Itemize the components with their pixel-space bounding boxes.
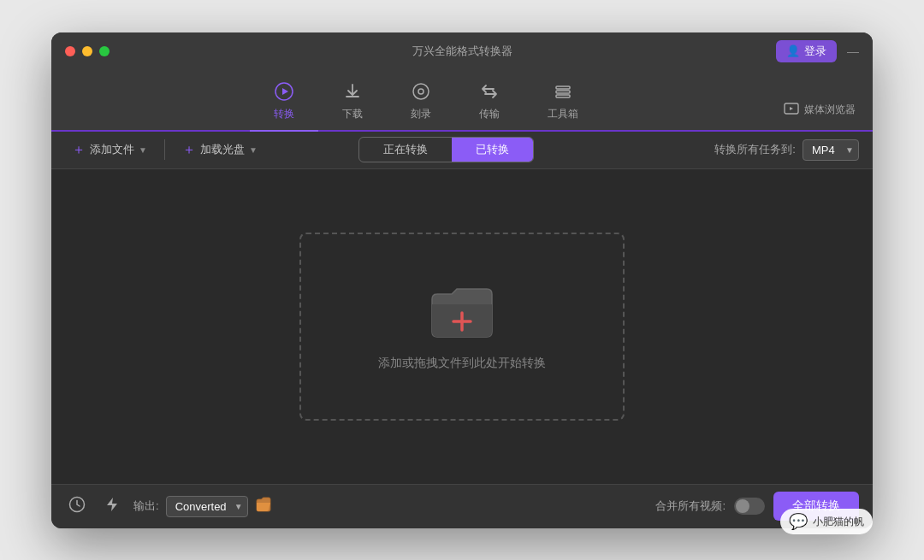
svg-rect-6 (556, 95, 570, 97)
output-select-wrap: Converted ▼ (166, 496, 248, 517)
clock-button[interactable] (65, 492, 89, 521)
main-content: 添加或拖拽文件到此处开始转换 (51, 169, 873, 484)
toolbar: ＋ 添加文件 ▼ ＋ 加载光盘 ▼ 正在转换 已转换 转换所有任务到: MP4 … (51, 132, 873, 169)
add-disc-button[interactable]: ＋ 加载光盘 ▼ (175, 138, 264, 162)
plus-icon: ＋ (72, 141, 86, 159)
convert-icon (275, 82, 293, 103)
convert-to-label: 转换所有任务到: (714, 142, 796, 157)
transfer-icon (480, 82, 499, 103)
svg-rect-4 (556, 86, 570, 89)
add-file-button[interactable]: ＋ 添加文件 ▼ (65, 138, 154, 162)
add-file-dropdown-arrow[interactable]: ▼ (139, 145, 147, 155)
nav-bar: 转换 下载 刻录 (51, 70, 873, 132)
window-minimize-button[interactable]: — (847, 44, 859, 58)
format-select[interactable]: MP4 MKV AVI MOV MP3 AAC (803, 139, 859, 161)
merge-label: 合并所有视频: (655, 498, 726, 514)
close-button[interactable] (65, 46, 75, 56)
nav-item-rip[interactable]: 刻录 (387, 75, 455, 132)
output-select[interactable]: Converted (166, 496, 248, 517)
nav-item-convert[interactable]: 转换 (250, 75, 318, 132)
wechat-icon: 💬 (789, 512, 808, 531)
minimize-button[interactable] (82, 46, 92, 56)
merge-toggle[interactable] (734, 498, 765, 515)
status-tabs: 正在转换 已转换 (358, 137, 534, 162)
svg-point-3 (418, 89, 424, 94)
lightning-button[interactable] (99, 492, 123, 521)
toolbox-icon (554, 82, 572, 103)
rip-icon (412, 82, 430, 103)
nav-item-download[interactable]: 下载 (318, 75, 387, 132)
tab-converting[interactable]: 正在转换 (359, 138, 452, 162)
main-window: 万兴全能格式转换器 👤 登录 — 转换 (51, 32, 873, 528)
folder-icon (428, 282, 496, 342)
output-group: 输出: Converted ▼ (133, 496, 272, 517)
title-bar: 万兴全能格式转换器 👤 登录 — (51, 32, 873, 70)
window-title: 万兴全能格式转换器 (412, 44, 512, 59)
open-folder-button[interactable] (255, 497, 272, 516)
drop-zone-text: 添加或拖拽文件到此处开始转换 (378, 356, 546, 371)
add-disc-dropdown-arrow[interactable]: ▼ (249, 145, 258, 155)
media-browser-btn[interactable]: 媒体浏览器 (784, 101, 856, 130)
login-button[interactable]: 👤 登录 (776, 40, 837, 62)
toolbar-separator (164, 139, 165, 160)
traffic-lights (65, 46, 110, 56)
svg-rect-5 (556, 91, 570, 93)
nav-item-toolbox[interactable]: 工具箱 (524, 75, 602, 132)
nav-item-transfer[interactable]: 传输 (455, 75, 524, 132)
header-right: 👤 登录 — (776, 40, 859, 62)
convert-to-group: 转换所有任务到: MP4 MKV AVI MOV MP3 AAC ▼ (714, 139, 859, 161)
maximize-button[interactable] (99, 46, 110, 56)
media-browser-icon (784, 101, 799, 120)
bottom-bar: 输出: Converted ▼ 合并所有视频: 全部转换 (51, 484, 873, 528)
format-select-wrap: MP4 MKV AVI MOV MP3 AAC ▼ (803, 139, 859, 161)
drop-zone[interactable]: 添加或拖拽文件到此处开始转换 (299, 233, 625, 421)
svg-point-2 (413, 84, 429, 99)
user-icon: 👤 (786, 44, 800, 57)
download-icon (343, 82, 362, 103)
tab-converted[interactable]: 已转换 (452, 138, 533, 162)
output-label: 输出: (133, 498, 159, 514)
nav-items: 转换 下载 刻录 (68, 75, 784, 130)
watermark: 💬 小肥猫的帆 (780, 509, 873, 534)
watermark-text: 小肥猫的帆 (813, 515, 864, 529)
disc-plus-icon: ＋ (182, 141, 196, 159)
svg-marker-1 (282, 88, 288, 95)
